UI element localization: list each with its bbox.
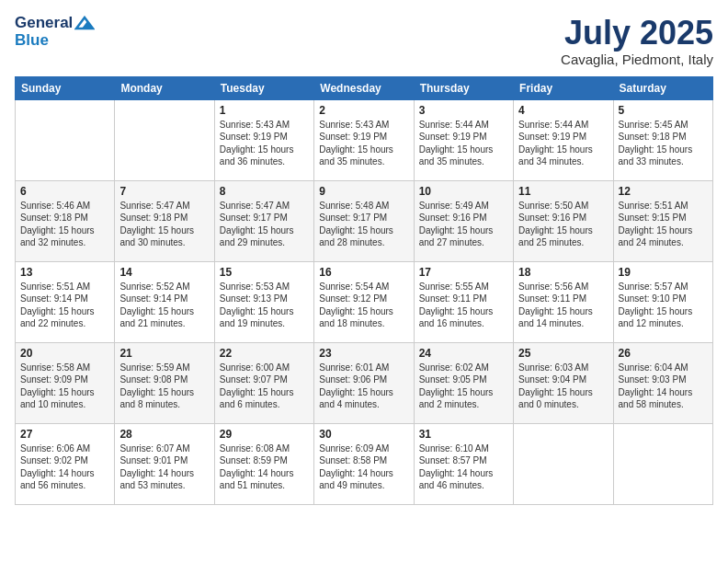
- calendar-header: Sunday Monday Tuesday Wednesday Thursday…: [16, 76, 713, 99]
- day-cell: 31Sunrise: 6:10 AM Sunset: 8:57 PM Dayli…: [414, 423, 513, 504]
- day-cell: 3Sunrise: 5:44 AM Sunset: 9:19 PM Daylig…: [414, 99, 513, 180]
- day-info: Sunrise: 6:07 AM Sunset: 9:01 PM Dayligh…: [119, 442, 209, 492]
- day-cell: 6Sunrise: 5:46 AM Sunset: 9:18 PM Daylig…: [16, 180, 115, 261]
- day-info: Sunrise: 5:58 AM Sunset: 9:09 PM Dayligh…: [20, 362, 109, 411]
- week-row-5: 27Sunrise: 6:06 AM Sunset: 9:02 PM Dayli…: [16, 423, 713, 504]
- day-info: Sunrise: 5:44 AM Sunset: 9:19 PM Dayligh…: [419, 119, 508, 168]
- col-sunday: Sunday: [16, 76, 115, 99]
- page-header: General Blue July 2025 Cavaglia, Piedmon…: [15, 15, 713, 67]
- day-info: Sunrise: 6:02 AM Sunset: 9:05 PM Dayligh…: [419, 362, 508, 411]
- day-info: Sunrise: 5:49 AM Sunset: 9:16 PM Dayligh…: [419, 200, 508, 249]
- week-row-2: 6Sunrise: 5:46 AM Sunset: 9:18 PM Daylig…: [16, 180, 713, 261]
- day-cell: 25Sunrise: 6:03 AM Sunset: 9:04 PM Dayli…: [514, 342, 613, 423]
- day-cell: 11Sunrise: 5:50 AM Sunset: 9:16 PM Dayli…: [514, 180, 613, 261]
- week-row-4: 20Sunrise: 5:58 AM Sunset: 9:09 PM Dayli…: [16, 342, 713, 423]
- month-year-title: July 2025: [561, 15, 713, 52]
- day-number: 9: [319, 185, 408, 198]
- day-number: 3: [419, 104, 508, 117]
- day-info: Sunrise: 6:08 AM Sunset: 8:59 PM Dayligh…: [220, 442, 309, 492]
- day-number: 23: [319, 347, 408, 360]
- col-monday: Monday: [115, 76, 214, 99]
- day-info: Sunrise: 6:04 AM Sunset: 9:03 PM Dayligh…: [619, 362, 708, 411]
- day-number: 5: [619, 104, 708, 117]
- week-row-3: 13Sunrise: 5:51 AM Sunset: 9:14 PM Dayli…: [16, 261, 713, 342]
- day-number: 31: [419, 428, 508, 441]
- logo-icon: [74, 16, 95, 30]
- logo: General Blue: [15, 15, 95, 49]
- day-cell: 22Sunrise: 6:00 AM Sunset: 9:07 PM Dayli…: [214, 342, 313, 423]
- day-cell: 24Sunrise: 6:02 AM Sunset: 9:05 PM Dayli…: [414, 342, 513, 423]
- day-cell: 10Sunrise: 5:49 AM Sunset: 9:16 PM Dayli…: [414, 180, 513, 261]
- day-number: 24: [419, 347, 508, 360]
- day-number: 30: [319, 428, 408, 441]
- day-cell: 1Sunrise: 5:43 AM Sunset: 9:19 PM Daylig…: [214, 99, 313, 180]
- day-number: 8: [220, 185, 309, 198]
- day-cell: 13Sunrise: 5:51 AM Sunset: 9:14 PM Dayli…: [16, 261, 115, 342]
- day-cell: [514, 423, 613, 504]
- day-number: 22: [220, 347, 309, 360]
- day-info: Sunrise: 5:54 AM Sunset: 9:12 PM Dayligh…: [319, 281, 408, 330]
- day-cell: 17Sunrise: 5:55 AM Sunset: 9:11 PM Dayli…: [414, 261, 513, 342]
- day-info: Sunrise: 5:51 AM Sunset: 9:15 PM Dayligh…: [619, 200, 708, 249]
- logo-blue-text: Blue: [15, 32, 95, 50]
- day-cell: 28Sunrise: 6:07 AM Sunset: 9:01 PM Dayli…: [115, 423, 214, 504]
- day-cell: 9Sunrise: 5:48 AM Sunset: 9:17 PM Daylig…: [314, 180, 414, 261]
- col-saturday: Saturday: [613, 76, 712, 99]
- day-info: Sunrise: 5:43 AM Sunset: 9:19 PM Dayligh…: [220, 119, 309, 168]
- day-cell: 4Sunrise: 5:44 AM Sunset: 9:19 PM Daylig…: [514, 99, 613, 180]
- day-info: Sunrise: 5:53 AM Sunset: 9:13 PM Dayligh…: [220, 281, 309, 330]
- day-cell: [613, 423, 712, 504]
- day-info: Sunrise: 5:56 AM Sunset: 9:11 PM Dayligh…: [518, 281, 608, 330]
- day-info: Sunrise: 5:51 AM Sunset: 9:14 PM Dayligh…: [20, 281, 109, 330]
- day-number: 25: [518, 347, 608, 360]
- day-cell: [115, 99, 214, 180]
- day-number: 21: [119, 347, 209, 360]
- week-row-1: 1Sunrise: 5:43 AM Sunset: 9:19 PM Daylig…: [16, 99, 713, 180]
- day-cell: 16Sunrise: 5:54 AM Sunset: 9:12 PM Dayli…: [314, 261, 414, 342]
- day-number: 7: [119, 185, 209, 198]
- day-number: 6: [20, 185, 109, 198]
- col-wednesday: Wednesday: [314, 76, 414, 99]
- day-number: 27: [20, 428, 109, 441]
- day-number: 1: [220, 104, 309, 117]
- day-number: 14: [119, 266, 209, 279]
- day-cell: 21Sunrise: 5:59 AM Sunset: 9:08 PM Dayli…: [115, 342, 214, 423]
- header-row: Sunday Monday Tuesday Wednesday Thursday…: [16, 76, 713, 99]
- day-cell: 20Sunrise: 5:58 AM Sunset: 9:09 PM Dayli…: [16, 342, 115, 423]
- day-cell: 2Sunrise: 5:43 AM Sunset: 9:19 PM Daylig…: [314, 99, 414, 180]
- title-block: July 2025 Cavaglia, Piedmont, Italy: [561, 15, 713, 67]
- col-friday: Friday: [514, 76, 613, 99]
- day-cell: 23Sunrise: 6:01 AM Sunset: 9:06 PM Dayli…: [314, 342, 414, 423]
- day-number: 29: [220, 428, 309, 441]
- day-number: 20: [20, 347, 109, 360]
- day-number: 28: [119, 428, 209, 441]
- calendar-table: Sunday Monday Tuesday Wednesday Thursday…: [15, 76, 713, 505]
- day-cell: 18Sunrise: 5:56 AM Sunset: 9:11 PM Dayli…: [514, 261, 613, 342]
- day-info: Sunrise: 5:50 AM Sunset: 9:16 PM Dayligh…: [518, 200, 608, 249]
- day-info: Sunrise: 6:00 AM Sunset: 9:07 PM Dayligh…: [220, 362, 309, 411]
- day-cell: 14Sunrise: 5:52 AM Sunset: 9:14 PM Dayli…: [115, 261, 214, 342]
- day-number: 13: [20, 266, 109, 279]
- day-info: Sunrise: 6:06 AM Sunset: 9:02 PM Dayligh…: [20, 442, 109, 492]
- day-cell: 8Sunrise: 5:47 AM Sunset: 9:17 PM Daylig…: [214, 180, 313, 261]
- day-cell: 5Sunrise: 5:45 AM Sunset: 9:18 PM Daylig…: [613, 99, 712, 180]
- day-cell: 12Sunrise: 5:51 AM Sunset: 9:15 PM Dayli…: [613, 180, 712, 261]
- day-info: Sunrise: 5:59 AM Sunset: 9:08 PM Dayligh…: [119, 362, 209, 411]
- day-info: Sunrise: 5:45 AM Sunset: 9:18 PM Dayligh…: [619, 119, 708, 168]
- day-cell: 27Sunrise: 6:06 AM Sunset: 9:02 PM Dayli…: [16, 423, 115, 504]
- day-info: Sunrise: 6:09 AM Sunset: 8:58 PM Dayligh…: [319, 442, 408, 492]
- day-number: 11: [518, 185, 608, 198]
- day-number: 26: [619, 347, 708, 360]
- day-info: Sunrise: 5:57 AM Sunset: 9:10 PM Dayligh…: [619, 281, 708, 330]
- day-cell: 30Sunrise: 6:09 AM Sunset: 8:58 PM Dayli…: [314, 423, 414, 504]
- day-info: Sunrise: 5:52 AM Sunset: 9:14 PM Dayligh…: [119, 281, 209, 330]
- day-info: Sunrise: 6:10 AM Sunset: 8:57 PM Dayligh…: [419, 442, 508, 492]
- day-number: 2: [319, 104, 408, 117]
- logo-general-text: General: [15, 15, 73, 32]
- day-info: Sunrise: 6:01 AM Sunset: 9:06 PM Dayligh…: [319, 362, 408, 411]
- day-info: Sunrise: 5:48 AM Sunset: 9:17 PM Dayligh…: [319, 200, 408, 249]
- day-number: 10: [419, 185, 508, 198]
- day-cell: 26Sunrise: 6:04 AM Sunset: 9:03 PM Dayli…: [613, 342, 712, 423]
- day-info: Sunrise: 5:43 AM Sunset: 9:19 PM Dayligh…: [319, 119, 408, 168]
- col-tuesday: Tuesday: [214, 76, 313, 99]
